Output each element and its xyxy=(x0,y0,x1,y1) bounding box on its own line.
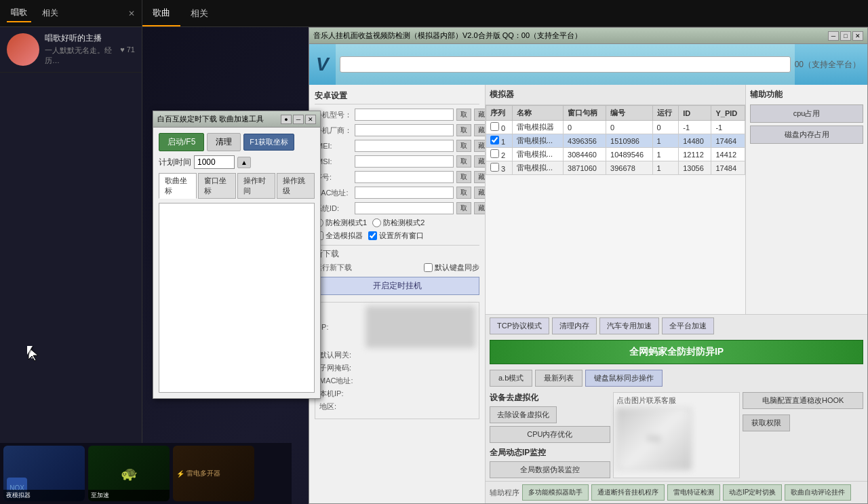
col-id: ID xyxy=(679,106,711,121)
serial-input[interactable] xyxy=(355,171,454,183)
open-timer-btn[interactable]: 开启定时挂机 xyxy=(315,277,479,295)
tcp-mode-btn[interactable]: TCP协议模式 xyxy=(490,317,549,334)
remove-virt-btn[interactable]: 去除设备虚拟化 xyxy=(490,406,557,423)
streamer-item[interactable]: 唱歌好听的主播 一人默默无名走。经历… ♥ 71 xyxy=(0,27,142,73)
imei-get[interactable]: 取 xyxy=(456,140,471,152)
sysid-input[interactable] xyxy=(355,202,454,214)
row-check-3[interactable] xyxy=(490,163,499,172)
mac-input[interactable] xyxy=(355,187,454,199)
car-speed-btn[interactable]: 汽车专用加速 xyxy=(599,317,659,334)
download-close-btn[interactable]: ✕ xyxy=(305,115,316,124)
download-icon-btn[interactable]: ● xyxy=(281,115,292,124)
row-check-1[interactable] xyxy=(490,136,499,144)
local-ip-row: 本机IP: xyxy=(319,389,475,399)
prog-multiemu-btn[interactable]: 多功能模拟器助手 xyxy=(522,484,589,501)
mac-row: MAC地址: 取 藏 xyxy=(315,187,479,199)
url-bar[interactable] xyxy=(340,56,791,73)
table-row[interactable]: 3 雷电模拟... 3871060 396678 1 13056 17484 xyxy=(486,161,745,175)
clear-btn[interactable]: 清理 xyxy=(207,133,241,151)
cell-id-1: 14480 xyxy=(679,134,711,148)
checkbox-sync[interactable] xyxy=(424,263,433,272)
checkbox-windows[interactable] xyxy=(368,231,377,240)
cell-ypid-3: 17484 xyxy=(711,161,745,175)
acquire-btn[interactable]: 获取权限 xyxy=(743,414,790,431)
sidebar-tab-singing[interactable]: 唱歌 xyxy=(7,4,31,22)
main-close-btn[interactable]: ✕ xyxy=(852,31,863,41)
serial-get[interactable]: 取 xyxy=(456,171,471,183)
imei-input[interactable] xyxy=(355,140,454,152)
memory-usage-btn[interactable]: 磁盘内存占用 xyxy=(750,125,863,144)
subnet-row: 子网掩码: xyxy=(319,363,475,373)
sysid-hide[interactable]: 藏 xyxy=(474,202,486,214)
timer-input[interactable] xyxy=(194,155,235,169)
get-coords-btn[interactable]: F1获取坐标 xyxy=(243,134,294,151)
col-handle: 窗口句柄 xyxy=(564,106,606,121)
like-button[interactable]: ♥ 71 xyxy=(120,45,135,54)
mac-net-label: MAC地址: xyxy=(319,376,363,386)
thumb-nox[interactable]: NOX 夜模拟器 xyxy=(3,446,85,501)
phone-brand-get[interactable]: 取 xyxy=(456,124,471,136)
cell-id-0: -1 xyxy=(679,121,711,134)
cpu-opt-btn[interactable]: CPU内存优化 xyxy=(490,426,610,443)
phone-brand-input[interactable] xyxy=(355,124,454,136)
prog-dynamic-ip-btn[interactable]: 动态IP定时切换 xyxy=(723,484,782,501)
thumb-thunder[interactable]: ⚡ 雷电多开器 xyxy=(173,446,254,501)
imei-hide[interactable]: 藏 xyxy=(474,140,486,152)
speed-label-thumb: 至加速 xyxy=(88,490,170,501)
all-platform-btn[interactable]: 全平台加速 xyxy=(662,317,714,334)
latest-list-btn[interactable]: 最新列表 xyxy=(535,370,583,387)
nav-related[interactable]: 相关 xyxy=(180,0,218,26)
imsi-get[interactable]: 取 xyxy=(456,155,471,168)
row-check-2[interactable] xyxy=(490,149,499,158)
detection-mode-1[interactable]: 防检测模式1 xyxy=(315,218,367,228)
cpu-usage-btn[interactable]: cpu占用 xyxy=(750,104,863,123)
set-all-windows-checkbox[interactable]: 设置所有窗口 xyxy=(368,231,424,241)
row-check-0[interactable] xyxy=(490,122,499,131)
serial-hide[interactable]: 藏 xyxy=(474,171,486,183)
config-hook-btn[interactable]: 电脑配置直通稳改HOOK xyxy=(743,392,863,409)
prog-douyin-btn[interactable]: 通道断抖音挂机程序 xyxy=(591,484,665,501)
sysid-get[interactable]: 取 xyxy=(456,202,471,214)
start-btn[interactable]: 启动/F5 xyxy=(159,133,204,151)
ip-label: IP: xyxy=(319,323,363,331)
prog-song-comment-btn[interactable]: 歌曲自动评论挂件 xyxy=(785,484,851,501)
sync-checkbox[interactable]: 默认键盘同步 xyxy=(424,263,479,273)
keyboard-sync-btn[interactable]: 键盘鼠标同步操作 xyxy=(585,370,663,387)
phone-model-hide[interactable]: 藏 xyxy=(474,109,486,121)
table-row[interactable]: 1 雷电模拟... 4396356 1510986 1 14480 17464 xyxy=(486,134,745,148)
prog-thunder-detect-btn[interactable]: 雷电特证检测 xyxy=(667,484,720,501)
detection-mode-2[interactable]: 防检测模式2 xyxy=(372,218,425,228)
center-right-area: 模拟器 序列 名称 窗口句柄 编号 运行 ID xyxy=(486,85,867,503)
timer-stepper[interactable]: ▲ xyxy=(237,157,251,168)
download-min-btn[interactable]: ─ xyxy=(293,115,304,124)
ab-mode-btn[interactable]: a.b模式 xyxy=(490,370,532,387)
programs-title: 辅助程序 xyxy=(490,488,519,498)
table-row[interactable]: 0 雷电模拟器 0 0 0 -1 -1 xyxy=(486,121,745,134)
phone-model-get[interactable]: 取 xyxy=(456,109,471,121)
emulator-header: 模拟器 xyxy=(486,85,745,105)
network-section: IP: 默认网关: 子网掩码: MAC地址: 本机IP: 地区: xyxy=(315,302,479,419)
nav-songs[interactable]: 歌曲 xyxy=(142,0,180,26)
sidebar-tab-related[interactable]: 相关 xyxy=(38,5,62,22)
imsi-hide[interactable]: 藏 xyxy=(474,155,486,168)
clear-mem-btn[interactable]: 清理内存 xyxy=(552,317,597,334)
phone-brand-hide[interactable]: 藏 xyxy=(474,124,486,136)
mac-hide[interactable]: 藏 xyxy=(474,187,486,199)
phone-model-input[interactable] xyxy=(355,109,454,121)
radio-mode2[interactable] xyxy=(372,218,381,227)
tab-song-coords[interactable]: 歌曲坐标 xyxy=(159,173,197,199)
tab-operation-level[interactable]: 操作跳级 xyxy=(277,173,315,199)
contact-image[interactable]: 客服 xyxy=(616,408,691,469)
tab-window-coords[interactable]: 窗口坐标 xyxy=(198,173,236,199)
main-min-btn[interactable]: ─ xyxy=(828,31,839,41)
action-row: a.b模式 最新列表 键盘鼠标同步操作 xyxy=(486,367,867,389)
select-all-checkbox[interactable]: 全选模拟器 xyxy=(315,231,363,241)
sidebar-close-btn[interactable]: ✕ xyxy=(128,9,135,18)
data-monitor-btn[interactable]: 全局数据伪装监控 xyxy=(490,461,610,478)
thumb-speed[interactable]: 🐢 至加速 xyxy=(88,446,170,501)
main-max-btn[interactable]: □ xyxy=(840,31,851,41)
imsi-input[interactable] xyxy=(355,155,454,168)
mac-get[interactable]: 取 xyxy=(456,187,471,199)
table-row[interactable]: 2 雷电模拟... 3084460 10489546 1 12112 14412 xyxy=(486,148,745,161)
tab-operation-time[interactable]: 操作时间 xyxy=(237,173,275,199)
